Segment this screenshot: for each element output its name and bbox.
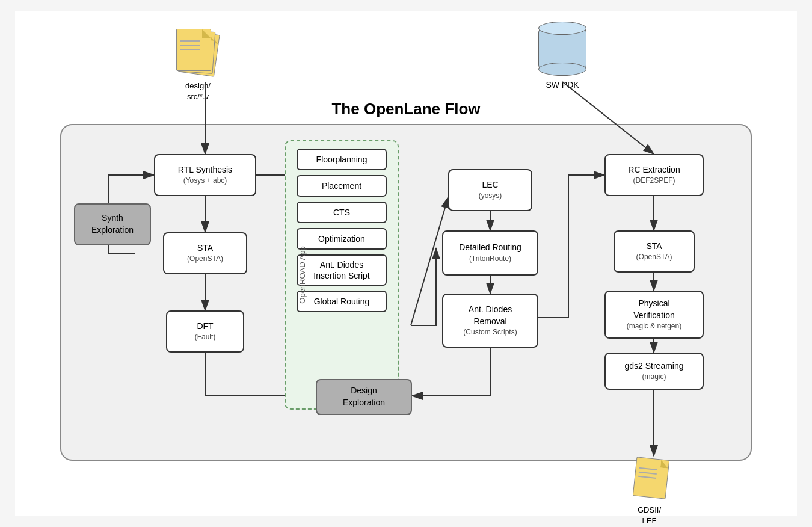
- ant-diodes-insertion-box: Ant. DiodesInsertion Script: [297, 254, 387, 286]
- sta1-sub: (OpenSTA): [187, 254, 223, 264]
- rtl-synthesis-sub: (Yosys + abc): [183, 176, 227, 186]
- placement-box: Placement: [297, 175, 387, 197]
- phys-verif-sub: (magic & netgen): [627, 321, 681, 331]
- sta2-label: STA: [646, 241, 662, 253]
- sta1-label: STA: [197, 242, 213, 254]
- design-src-label: design/src/*.v: [185, 81, 211, 102]
- rtl-synthesis-label: RTL Synthesis: [178, 164, 232, 176]
- global-routing-box: Global Routing: [297, 291, 387, 312]
- design-exploration-label: DesignExploration: [343, 385, 385, 408]
- openroad-label: OpenROAD App: [298, 246, 307, 303]
- rc-extraction-sub: (DEF2SPEF): [633, 176, 675, 186]
- detailed-routing-sub: (TritonRoute): [469, 254, 511, 264]
- lec-sub: (yosys): [479, 191, 502, 201]
- optimization-box: Optimization: [297, 228, 387, 250]
- gdsii-lef-label: GDSII/LEF: [638, 505, 661, 526]
- gds2-streaming-box: gds2 Streaming (magic): [604, 353, 704, 390]
- phys-verif-label: PhysicalVerification: [633, 298, 674, 321]
- dft-label: DFT: [197, 321, 213, 333]
- openroad-box: OpenROAD App Floorplanning Placement CTS…: [285, 140, 399, 410]
- ant-removal-label: Ant. DiodesRemoval: [469, 304, 512, 327]
- cts-box: CTS: [297, 202, 387, 223]
- design-exploration-box: DesignExploration: [316, 379, 412, 415]
- detailed-routing-box: Detailed Routing (TritonRoute): [442, 230, 538, 276]
- sta2-box: STA (OpenSTA): [614, 230, 695, 273]
- ant-diodes-removal-box: Ant. DiodesRemoval (Custom Scripts): [442, 294, 538, 348]
- ant-removal-sub: (Custom Scripts): [463, 327, 517, 337]
- page-title: The OpenLane Flow: [15, 100, 797, 119]
- lec-box: LEC (yosys): [448, 169, 532, 211]
- sw-pdk-icon: SW PDK: [538, 26, 586, 90]
- synth-exploration-box: SynthExploration: [74, 203, 151, 245]
- physical-verification-box: PhysicalVerification (magic & netgen): [604, 291, 704, 339]
- synth-exploration-label: SynthExploration: [91, 212, 134, 236]
- dft-box: DFT (Fault): [166, 310, 244, 353]
- rc-extraction-label: RC Extraction: [628, 164, 680, 176]
- dft-sub: (Fault): [195, 332, 216, 342]
- floorplanning-box: Floorplanning: [297, 149, 387, 170]
- gds2-streaming-label: gds2 Streaming: [624, 360, 683, 372]
- sta1-box: STA (OpenSTA): [163, 232, 247, 274]
- detailed-routing-label: Detailed Routing: [459, 242, 521, 254]
- gds2-streaming-sub: (magic): [642, 372, 666, 382]
- sw-pdk-label: SW PDK: [546, 80, 579, 90]
- design-src-icon: design/src/*.v: [176, 29, 220, 102]
- gdsii-lef-icon: GDSII/LEF: [630, 456, 669, 526]
- rc-extraction-box: RC Extraction (DEF2SPEF): [604, 154, 704, 196]
- rtl-synthesis-box: RTL Synthesis (Yosys + abc): [154, 154, 256, 196]
- sta2-sub: (OpenSTA): [636, 252, 672, 262]
- lec-label: LEC: [482, 179, 498, 191]
